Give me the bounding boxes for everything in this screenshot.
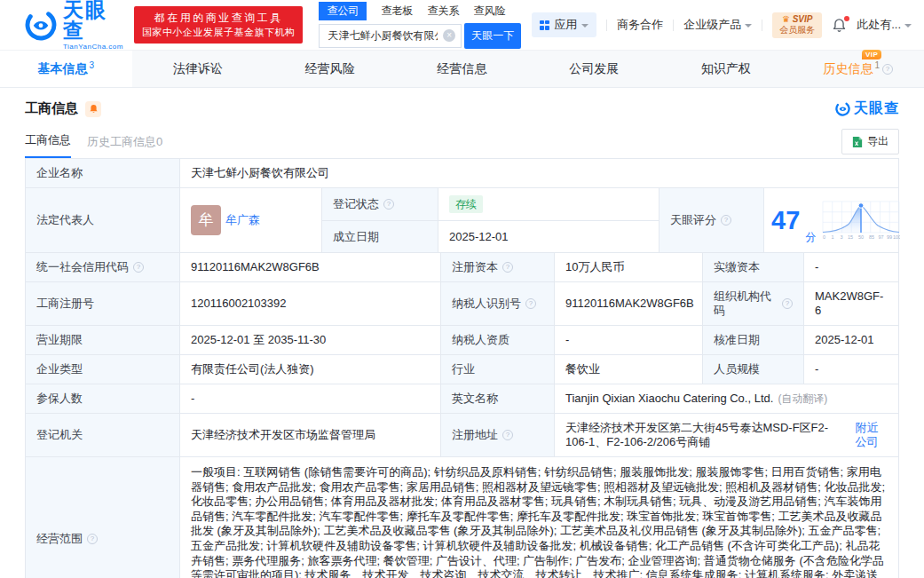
tab-legal-litigation[interactable]: 法律诉讼 xyxy=(132,51,265,87)
legal-rep-name-link[interactable]: 牟广森 xyxy=(225,213,260,227)
search-tab-risk[interactable]: 查风险 xyxy=(473,2,505,20)
staff-size-value: - xyxy=(803,355,898,384)
status-badge: 存续 xyxy=(449,195,483,213)
help-icon[interactable]: ? xyxy=(782,298,793,309)
search-button[interactable]: 天眼一下 xyxy=(464,23,521,49)
help-icon[interactable]: ? xyxy=(133,262,144,273)
search-tab-company[interactable]: 查公司 xyxy=(319,2,367,20)
search-input[interactable] xyxy=(319,24,462,48)
announcement-bell-icon[interactable] xyxy=(85,101,101,117)
tab-basic-info[interactable]: 基本信息3 xyxy=(0,51,132,87)
nearby-companies-link[interactable]: 附近公司 xyxy=(856,421,888,449)
score-number: 47 xyxy=(771,208,800,234)
tab-operating-risk[interactable]: 经营风险 xyxy=(264,51,396,87)
tab-operating-risk-label: 经营风险 xyxy=(305,61,355,77)
tab-intellectual-property[interactable]: 知识产权 xyxy=(660,51,793,87)
english-name-text: Tianjin Qixian Xiaochu Catering Co., Ltd… xyxy=(565,392,773,406)
promo-banner: 都在用的商业查询工具 国家中小企业发展子基金旗下机构 xyxy=(134,6,304,43)
enterprise-products-link[interactable]: 企业级产品 xyxy=(683,17,752,33)
search-area: 查公司 查老板 查关系 查风险 × 天眼一下 xyxy=(319,2,521,49)
reg-address-label: 注册地址 ? xyxy=(440,414,554,456)
export-button[interactable]: 导出 xyxy=(841,129,899,154)
reg-address-text: 天津经济技术开发区第二大街45号泰达MSD-F区F2-106-1、F2-106-… xyxy=(565,421,851,449)
taxpayer-id-label: 纳税人识别号 ? xyxy=(440,282,554,325)
org-code-label: 组织机构代码 ? xyxy=(702,282,803,325)
reg-capital-label-text: 注册资本 xyxy=(452,260,498,274)
svip-member-button[interactable]: ♛ SVIP 会员服务 xyxy=(772,12,822,38)
company-name-value: 天津七鲜小厨餐饮有限公司 xyxy=(179,159,898,187)
industry-value: 餐饮业 xyxy=(554,355,702,384)
approval-date-label: 核准日期 xyxy=(702,326,803,354)
apps-label: 应用 xyxy=(554,17,577,33)
credit-code-value: 91120116MAK2W8GF6B xyxy=(179,253,440,281)
subtab-business-info[interactable]: 工商信息 xyxy=(25,132,71,158)
credit-code-label: 统一社会信用代码 ? xyxy=(26,253,179,281)
chevron-down-icon xyxy=(745,24,752,28)
divider xyxy=(762,20,762,31)
reg-capital-label: 注册资本 ? xyxy=(440,253,554,281)
help-icon[interactable]: ? xyxy=(383,199,394,210)
company-name-label: 企业名称 xyxy=(26,159,179,187)
insured-count-value: - xyxy=(179,384,440,413)
status-date-subgrid: 登记状态 ? 存续 成立日期 2025-12-01 xyxy=(321,188,659,252)
subtab-history-business-info[interactable]: 历史工商信息0 xyxy=(87,134,162,158)
help-icon[interactable]: ? xyxy=(721,215,731,226)
logo-text-cn: 天眼查 xyxy=(63,0,123,41)
taxpayer-id-label-text: 纳税人识别号 xyxy=(452,297,521,311)
business-cooperation-link[interactable]: 商务合作 xyxy=(617,17,663,33)
reg-capital-value: 10万人民币 xyxy=(554,253,702,281)
user-menu-label: 此处有... xyxy=(857,17,901,33)
notification-dot xyxy=(844,16,849,21)
help-icon[interactable]: ? xyxy=(87,534,98,544)
search-tab-relation[interactable]: 查关系 xyxy=(427,2,459,20)
svg-text:0: 0 xyxy=(823,234,825,240)
apps-menu-button[interactable]: 应用 xyxy=(532,12,596,37)
company-type-label: 企业类型 xyxy=(26,355,179,384)
legal-rep-avatar[interactable]: 牟 xyxy=(191,205,221,235)
taxpayer-quali-value: - xyxy=(554,326,702,354)
excel-file-icon xyxy=(852,136,863,148)
crown-icon: ♛ xyxy=(782,14,790,24)
vip-badge: VIP xyxy=(862,50,881,59)
top-header: 天眼查 TianYanCha.com 都在用的商业查询工具 国家中小企业发展子基… xyxy=(0,0,924,50)
table-row: 营业期限 2025-12-01 至 2035-11-30 纳税人资质 - 核准日… xyxy=(26,325,898,354)
enterprise-products-label: 企业级产品 xyxy=(683,17,741,33)
tab-history-info[interactable]: 历史信息 VIP 1 ? xyxy=(792,51,924,87)
score-distribution-chart[interactable]: 0 1 3 15 50 85 97 99 100 xyxy=(822,201,900,240)
help-icon[interactable]: ? xyxy=(882,64,893,75)
tab-business-info[interactable]: 经营信息 xyxy=(396,51,528,87)
tab-basic-info-count: 3 xyxy=(90,60,95,70)
chevron-down-icon xyxy=(904,24,912,28)
tab-intellectual-property-label: 知识产权 xyxy=(701,61,751,77)
table-row: 登记机关 天津经济技术开发区市场监督管理局 注册地址 ? 天津经济技术开发区第二… xyxy=(26,413,898,456)
tab-company-development[interactable]: 公司发展 xyxy=(528,51,660,87)
reg-authority-label: 登记机关 xyxy=(26,414,179,456)
reg-address-value: 天津经济技术开发区第二大街45号泰达MSD-F区F2-106-1、F2-106-… xyxy=(554,414,898,456)
header-nav: 应用 商务合作 企业级产品 ♛ SVIP 会员服务 此处有... xyxy=(532,12,912,38)
tyc-score-label: 天眼评分 ? xyxy=(659,188,763,252)
search-tab-boss[interactable]: 查老板 xyxy=(381,2,413,20)
business-term-value: 2025-12-01 至 2035-11-30 xyxy=(179,326,440,354)
tianyancha-watermark: 天眼查 xyxy=(835,99,899,118)
svg-text:97: 97 xyxy=(879,234,884,240)
reg-authority-value: 天津经济技术开发区市场监督管理局 xyxy=(179,414,440,456)
registration-info-table: 企业名称 天津七鲜小厨餐饮有限公司 法定代表人 牟 牟广森 登记状态 ? 存续 … xyxy=(25,158,899,578)
tianyancha-logo[interactable]: 天眼查 TianYanCha.com xyxy=(25,0,123,51)
clear-search-icon[interactable]: × xyxy=(443,29,455,42)
user-menu[interactable]: 此处有... xyxy=(857,17,912,33)
svip-label: SVIP xyxy=(793,14,813,24)
staff-size-label: 人员规模 xyxy=(702,355,803,384)
english-name-value: Tianjin Qixian Xiaochu Catering Co., Ltd… xyxy=(554,384,898,413)
notification-bell-button[interactable] xyxy=(832,18,847,33)
help-icon[interactable]: ? xyxy=(525,298,536,309)
help-icon[interactable]: ? xyxy=(502,430,513,440)
help-icon[interactable]: ? xyxy=(502,262,513,273)
tab-history-info-count: 1 xyxy=(874,60,880,70)
svg-text:50: 50 xyxy=(858,234,864,240)
tab-company-development-label: 公司发展 xyxy=(569,61,619,77)
logo-text-en: TianYanCha.com xyxy=(63,44,123,51)
establish-date-value: 2025-12-01 xyxy=(438,220,659,252)
legal-rep-label: 法定代表人 xyxy=(26,188,179,252)
svg-text:3: 3 xyxy=(841,234,843,240)
auto-translate-note: (自动翻译) xyxy=(778,392,827,406)
